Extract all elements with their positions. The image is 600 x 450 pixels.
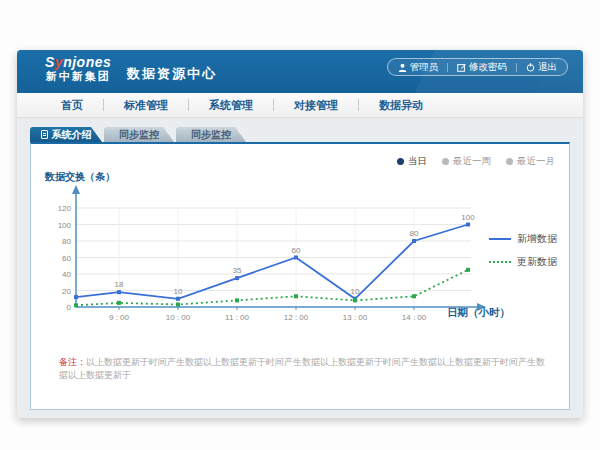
radio-dot [397, 158, 404, 165]
svg-text:60: 60 [292, 246, 301, 255]
logout-button[interactable]: 退出 [526, 61, 557, 74]
radio-last-week[interactable]: 最近一周 [442, 155, 491, 168]
legend-item-update-data[interactable]: 更新数据 [489, 255, 557, 269]
radio-last-month[interactable]: 最近一月 [506, 155, 555, 168]
radio-label: 当日 [408, 155, 427, 168]
tab-system-intro[interactable]: 系统介绍 [30, 127, 102, 142]
svg-text:60: 60 [62, 254, 71, 263]
chart-panel: 当日 最近一周 最近一月 数据交换（条） 日期（小时） 020406080100… [30, 142, 570, 410]
svg-text:100: 100 [58, 221, 72, 230]
svg-text:9 : 00: 9 : 00 [109, 313, 130, 322]
tab-sync-monitor-1[interactable]: 同步监控 [104, 127, 174, 142]
tab-bar: 系统介绍 同步监控 同步监控 [30, 127, 246, 142]
radio-label: 最近一周 [453, 155, 491, 168]
radio-today[interactable]: 当日 [397, 155, 427, 168]
radio-label: 最近一月 [517, 155, 555, 168]
nav-item-data-change[interactable]: 数据异动 [359, 98, 443, 113]
content-area: 系统介绍 同步监控 同步监控 当日 最近一周 [17, 118, 583, 418]
svg-text:12 : 00: 12 : 00 [284, 313, 309, 322]
svg-text:0: 0 [67, 303, 72, 312]
solid-line-swatch [489, 238, 511, 240]
user-label: 管理员 [410, 61, 439, 74]
svg-text:14 : 00: 14 : 00 [402, 313, 427, 322]
svg-text:120: 120 [58, 204, 72, 213]
svg-text:11 : 00: 11 : 00 [225, 313, 249, 322]
svg-text:20: 20 [62, 287, 71, 296]
logo-y-accent: y [55, 54, 63, 70]
chart-legend: 新增数据 更新数据 [489, 232, 557, 269]
svg-text:40: 40 [62, 270, 71, 279]
svg-text:80: 80 [62, 237, 71, 246]
tab-label: 系统介绍 [52, 128, 92, 142]
nav-item-interface[interactable]: 对接管理 [274, 98, 358, 113]
tab-sync-monitor-2[interactable]: 同步监控 [176, 127, 246, 142]
svg-text:10 : 00: 10 : 00 [166, 313, 191, 322]
user-menu: 管理员 修改密码 退出 [387, 58, 569, 76]
tab-label: 同步监控 [191, 128, 231, 142]
logo-english: Synjones [45, 55, 111, 70]
svg-text:18: 18 [115, 280, 124, 289]
app-header: Synjones 新中新集团 数据资源中心 管理员 修改密码 [17, 50, 583, 93]
nav-item-home[interactable]: 首页 [41, 98, 103, 113]
main-nav: 首页 标准管理 系统管理 对接管理 数据异动 [17, 93, 583, 118]
edit-icon [457, 63, 466, 72]
nav-item-system[interactable]: 系统管理 [189, 98, 273, 113]
footnote-prefix: 备注： [59, 357, 86, 367]
page-title: 数据资源中心 [127, 65, 217, 83]
user-icon [398, 63, 407, 72]
divider [447, 63, 448, 72]
footnote: 备注：以上数据更新于时间产生数据以上数据更新于时间产生数据以上数据更新于时间产生… [59, 356, 549, 381]
app-window: Synjones 新中新集团 数据资源中心 管理员 修改密码 [17, 50, 583, 418]
svg-text:13 : 00: 13 : 00 [343, 313, 368, 322]
time-range-filter: 当日 最近一周 最近一月 [397, 155, 555, 168]
radio-dot [506, 158, 513, 165]
svg-text:35: 35 [233, 266, 242, 275]
svg-text:80: 80 [410, 229, 419, 238]
user-account-button[interactable]: 管理员 [398, 61, 439, 74]
change-password-label: 修改密码 [469, 61, 507, 74]
logout-label: 退出 [538, 61, 557, 74]
radio-dot [442, 158, 449, 165]
company-logo: Synjones 新中新集团 [45, 55, 111, 82]
svg-text:100: 100 [461, 213, 475, 222]
footnote-text: 以上数据更新于时间产生数据以上数据更新于时间产生数据以上数据更新于时间产生数据以… [59, 357, 545, 380]
tab-label: 同步监控 [119, 128, 159, 142]
divider [516, 63, 517, 72]
svg-text:10: 10 [174, 287, 183, 296]
logo-chinese: 新中新集团 [45, 70, 111, 82]
svg-text:10: 10 [351, 287, 360, 296]
legend-label: 更新数据 [517, 255, 557, 269]
nav-item-standards[interactable]: 标准管理 [104, 98, 188, 113]
y-axis-title: 数据交换（条） [45, 170, 115, 184]
document-icon [41, 130, 48, 139]
change-password-button[interactable]: 修改密码 [457, 61, 507, 74]
dotted-line-swatch [489, 261, 511, 263]
legend-item-new-data[interactable]: 新增数据 [489, 232, 557, 246]
power-icon [526, 63, 535, 72]
legend-label: 新增数据 [517, 232, 557, 246]
x-axis-title: 日期（小时） [447, 306, 510, 320]
